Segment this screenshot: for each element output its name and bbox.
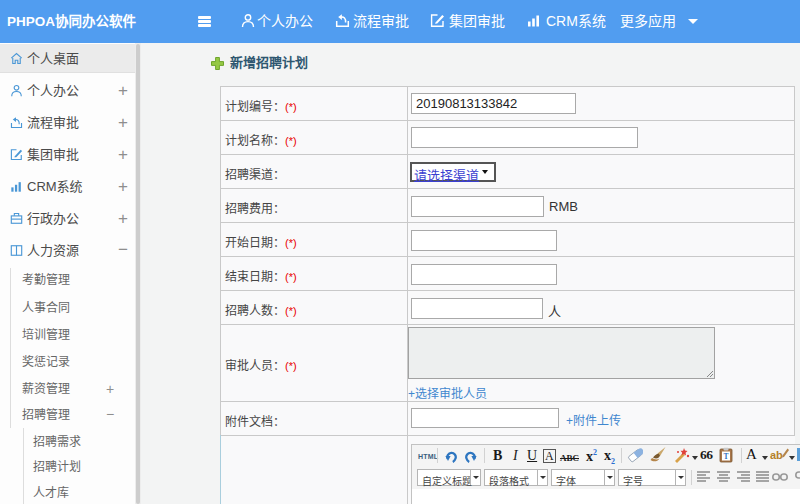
svg-text:T: T xyxy=(723,452,728,461)
